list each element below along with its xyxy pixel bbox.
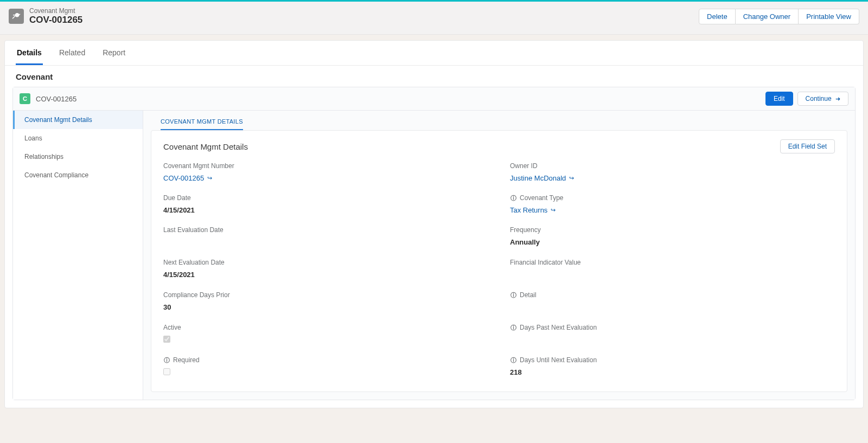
value-next-evaluation: 4/15/2021 [163,271,488,279]
page-header: Covenant Mgmt COV-001265 Delete Change O… [0,2,868,35]
label-required: Required [173,356,200,364]
field-covenant-type: ⓘ Covenant Type Tax Returns ↪ [510,194,835,214]
field-required: ⓘ Required [163,356,488,376]
label-days-past: Days Past Next Evaluation [520,324,597,331]
change-owner-button[interactable]: Change Owner [736,9,799,24]
tab-details[interactable]: Details [16,41,43,65]
record-type-icon [9,9,24,24]
field-owner-id: Owner ID Justine McDonald ↪ [510,162,835,182]
delete-button[interactable]: Delete [699,9,736,24]
value-required [163,368,488,375]
field-compliance-days: Compliance Days Prior 30 [163,291,488,312]
field-due-date: Due Date 4/15/2021 [163,194,488,214]
section-title: Covenant [5,66,863,87]
info-icon[interactable]: ⓘ [510,324,516,331]
field-last-evaluation: Last Evaluation Date [163,226,488,247]
info-icon[interactable]: ⓘ [510,195,516,201]
content-tab-details[interactable]: COVENANT MGMT DETAILS [161,116,243,130]
external-link-icon: ↪ [207,175,212,182]
main-card: Details Related Report Covenant C COV-00… [4,40,864,408]
label-owner-id: Owner ID [510,162,835,170]
sidenav-item-relationships[interactable]: Relationships [13,147,143,166]
field-financial-indicator: Financial Indicator Value [510,259,835,279]
sidenav-item-covenant-mgmt-details[interactable]: Covenant Mgmt Details [13,111,143,129]
edit-field-set-button[interactable]: Edit Field Set [780,139,835,153]
info-icon[interactable]: ⓘ [510,292,516,298]
continue-button[interactable]: Continue ➜ [797,92,848,106]
checkbox-active [163,336,170,343]
field-next-evaluation: Next Evaluation Date 4/15/2021 [163,259,488,279]
field-frequency: Frequency Annually [510,226,835,247]
printable-view-button[interactable]: Printable View [799,9,859,24]
label-covenant-number: Covenant Mgmt Number [163,162,488,170]
value-active [163,336,488,343]
external-link-icon: ↪ [569,175,574,182]
field-detail: ⓘ Detail [510,291,835,312]
record-type-eyebrow: Covenant Mgmt [29,7,82,15]
value-compliance-days: 30 [163,303,488,311]
checkbox-required [163,368,170,375]
value-days-until: 218 [510,368,835,376]
edit-button[interactable]: Edit [765,92,793,106]
field-covenant-number: Covenant Mgmt Number COV-001265 ↪ [163,162,488,182]
value-covenant-type[interactable]: Tax Returns ↪ [510,206,835,214]
value-detail [510,303,835,312]
info-icon[interactable]: ⓘ [163,357,170,363]
side-nav: Covenant Mgmt Details Loans Relationship… [13,111,143,400]
label-last-evaluation: Last Evaluation Date [163,226,488,234]
value-frequency: Annually [510,238,835,246]
content-area: COVENANT MGMT DETAILS Covenant Mgmt Deta… [143,111,855,400]
external-link-icon: ↪ [551,207,556,214]
page-title: COV-001265 [29,15,82,25]
sub-panel-header: C COV-001265 Edit Continue ➜ [13,87,855,111]
label-financial-indicator: Financial Indicator Value [510,259,835,266]
detail-card: Covenant Mgmt Details Edit Field Set Cov… [151,130,847,392]
value-financial-indicator [510,271,835,279]
label-detail: Detail [520,291,537,299]
value-days-past [510,336,835,344]
continue-label: Continue [806,95,832,102]
field-days-until: ⓘ Days Until Next Evaluation 218 [510,356,835,376]
header-actions: Delete Change Owner Printable View [699,9,859,24]
detail-card-title: Covenant Mgmt Details [163,142,248,151]
label-compliance-days: Compliance Days Prior [163,291,488,299]
primary-tabs: Details Related Report [5,41,863,66]
info-icon[interactable]: ⓘ [510,357,516,363]
field-active: Active [163,324,488,344]
label-frequency: Frequency [510,226,835,234]
arrow-right-icon: ➜ [835,95,840,102]
value-due-date: 4/15/2021 [163,206,488,214]
value-owner-id[interactable]: Justine McDonald ↪ [510,174,835,182]
label-due-date: Due Date [163,194,488,202]
tab-related[interactable]: Related [58,41,86,65]
record-id: COV-001265 [36,95,76,103]
sidenav-item-covenant-compliance[interactable]: Covenant Compliance [13,166,143,184]
record-badge: C [20,93,30,104]
sidenav-item-loans[interactable]: Loans [13,129,143,147]
label-active: Active [163,324,488,331]
value-covenant-number[interactable]: COV-001265 ↪ [163,174,488,182]
label-days-until: Days Until Next Evaluation [520,356,597,364]
tab-report[interactable]: Report [101,41,126,65]
label-covenant-type: Covenant Type [520,194,564,202]
label-next-evaluation: Next Evaluation Date [163,259,488,266]
field-days-past: ⓘ Days Past Next Evaluation [510,324,835,344]
value-last-evaluation [163,238,488,247]
sub-panel: C COV-001265 Edit Continue ➜ Covenant Mg… [12,87,856,400]
